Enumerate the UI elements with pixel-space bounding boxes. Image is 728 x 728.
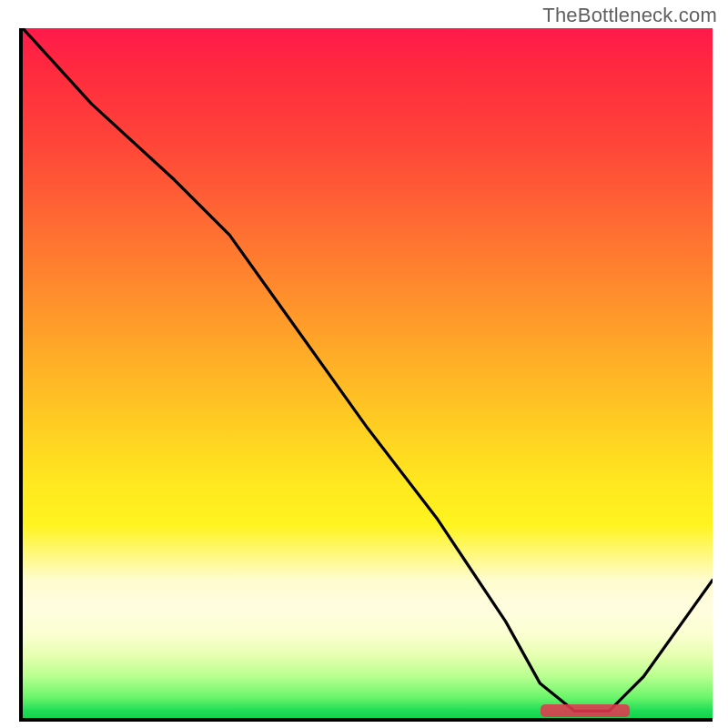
bottleneck-curve [23,28,713,718]
watermark-text: TheBottleneck.com [542,4,717,27]
highlight-band [541,704,631,717]
chart-area [19,28,713,722]
